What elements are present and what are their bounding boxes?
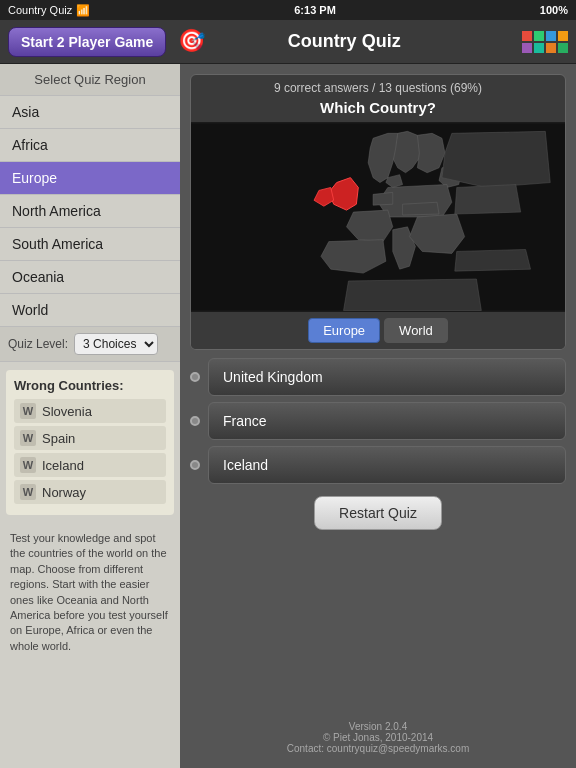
wrong-w-badge: W — [20, 403, 36, 419]
sidebar-description: Test your knowledge and spot the countri… — [0, 523, 180, 768]
color-grid-icon — [522, 31, 568, 53]
quiz-icon: 🎯 — [178, 28, 206, 56]
map-question: Which Country? — [191, 97, 565, 122]
region-list: AsiaAfricaEuropeNorth AmericaSouth Ameri… — [0, 96, 180, 327]
color-cell — [546, 31, 556, 41]
quiz-level-label: Quiz Level: — [8, 337, 68, 351]
answer-item: France — [190, 402, 566, 440]
wifi-icon: 📶 — [76, 4, 90, 17]
answer-button[interactable]: United Kingdom — [208, 358, 566, 396]
map-tab-world[interactable]: World — [384, 318, 448, 343]
answer-button[interactable]: Iceland — [208, 446, 566, 484]
wrong-country-label: Norway — [42, 485, 86, 500]
color-cell — [558, 43, 568, 53]
status-left: Country Quiz 📶 — [8, 4, 90, 17]
answer-bullet — [190, 372, 200, 382]
answer-item: Iceland — [190, 446, 566, 484]
wrong-w-badge: W — [20, 457, 36, 473]
sidebar-item-africa[interactable]: Africa — [0, 129, 180, 162]
sidebar-item-europe[interactable]: Europe — [0, 162, 180, 195]
wrong-countries-list: WSloveniaWSpainWIcelandWNorway — [14, 399, 166, 504]
sidebar-item-world[interactable]: World — [0, 294, 180, 327]
sidebar-item-asia[interactable]: Asia — [0, 96, 180, 129]
map-tab-europe[interactable]: Europe — [308, 318, 380, 343]
toolbar: Start 2 Player Game 🎯 Country Quiz — [0, 20, 576, 64]
restart-quiz-button[interactable]: Restart Quiz — [314, 496, 442, 530]
color-cell — [534, 31, 544, 41]
wrong-countries-title: Wrong Countries: — [14, 378, 166, 393]
wrong-w-badge: W — [20, 484, 36, 500]
color-cell — [558, 31, 568, 41]
sidebar: Select Quiz Region AsiaAfricaEuropeNorth… — [0, 64, 180, 768]
footer-copyright: © Piet Jonas, 2010-2014 — [194, 732, 562, 743]
map-stats: 9 correct answers / 13 questions (69%) — [191, 75, 565, 97]
main-content: 9 correct answers / 13 questions (69%) W… — [180, 64, 576, 768]
status-bar: Country Quiz 📶 6:13 PM 100% — [0, 0, 576, 20]
footer: Version 2.0.4 © Piet Jonas, 2010-2014 Co… — [190, 717, 566, 758]
map-card: 9 correct answers / 13 questions (69%) W… — [190, 74, 566, 350]
wrong-country-label: Slovenia — [42, 404, 92, 419]
wrong-w-badge: W — [20, 430, 36, 446]
sidebar-item-north-america[interactable]: North America — [0, 195, 180, 228]
app-title: Country Quiz — [214, 31, 474, 52]
answers-list: United Kingdom France Iceland — [190, 358, 566, 484]
wrong-countries-panel: Wrong Countries: WSloveniaWSpainWIceland… — [6, 370, 174, 515]
status-time: 6:13 PM — [294, 4, 336, 16]
answer-item: United Kingdom — [190, 358, 566, 396]
answer-button[interactable]: France — [208, 402, 566, 440]
main-layout: Select Quiz Region AsiaAfricaEuropeNorth… — [0, 64, 576, 768]
footer-contact: Contact: countryquiz@speedymarks.com — [194, 743, 562, 754]
sidebar-item-south-america[interactable]: South America — [0, 228, 180, 261]
footer-version: Version 2.0.4 — [194, 721, 562, 732]
start-2player-button[interactable]: Start 2 Player Game — [8, 27, 166, 57]
wrong-country-label: Spain — [42, 431, 75, 446]
wrong-country-item: WNorway — [14, 480, 166, 504]
wrong-country-item: WSpain — [14, 426, 166, 450]
color-cell — [522, 31, 532, 41]
map-container — [191, 122, 565, 312]
quiz-level-row: Quiz Level: 3 Choices 4 Choices 5 Choice… — [0, 327, 180, 362]
map-svg — [191, 122, 565, 312]
color-cell — [522, 43, 532, 53]
answer-bullet — [190, 416, 200, 426]
region-section-title: Select Quiz Region — [0, 64, 180, 96]
wrong-country-item: WIceland — [14, 453, 166, 477]
answer-bullet — [190, 460, 200, 470]
color-cell — [546, 43, 556, 53]
app-name-status: Country Quiz — [8, 4, 72, 16]
quiz-level-select[interactable]: 3 Choices 4 Choices 5 Choices — [74, 333, 158, 355]
sidebar-item-oceania[interactable]: Oceania — [0, 261, 180, 294]
wrong-country-label: Iceland — [42, 458, 84, 473]
map-tabs: EuropeWorld — [191, 312, 565, 349]
color-cell — [534, 43, 544, 53]
battery-status: 100% — [540, 4, 568, 16]
wrong-country-item: WSlovenia — [14, 399, 166, 423]
restart-row: Restart Quiz — [190, 496, 566, 530]
